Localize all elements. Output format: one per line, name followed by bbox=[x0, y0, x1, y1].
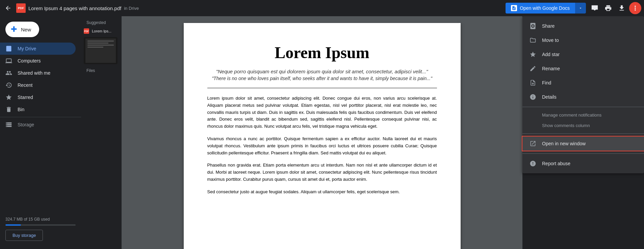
pdf-subtitle2: "There is no one who loves pain itself, … bbox=[207, 76, 437, 81]
storage-section: 324.7 MB of 15 GB used Buy storage bbox=[0, 211, 81, 246]
manage-comments-label: Manage comment notifications bbox=[542, 113, 601, 118]
add-star-label: Add star bbox=[542, 52, 560, 57]
pdf-icon: PDF bbox=[16, 3, 26, 13]
pdf-subtitle1: "Neque porro quisquam est qui dolorem ip… bbox=[207, 69, 437, 74]
menu-item-move-to[interactable]: Move to bbox=[522, 33, 644, 47]
my-drive-label: My Drive bbox=[18, 46, 36, 51]
drive-list: Suggested PDF Lorem Ips... Files bbox=[81, 16, 122, 249]
top-bar-right bbox=[589, 2, 641, 14]
starred-icon bbox=[5, 94, 12, 101]
sidebar-item-bin[interactable]: Bin bbox=[0, 103, 76, 116]
menu-item-details[interactable]: Details bbox=[522, 90, 644, 104]
bin-icon bbox=[5, 106, 12, 113]
new-button[interactable]: ✚ New bbox=[5, 22, 39, 37]
computers-icon bbox=[5, 57, 12, 64]
pdf-paragraph2: Vivamus rhoncus a nunc ac porttitor. Qui… bbox=[207, 135, 437, 156]
sidebar-item-shared[interactable]: Shared with me bbox=[0, 67, 76, 79]
share-label: Share bbox=[542, 23, 555, 29]
menu-item-find[interactable]: Find bbox=[522, 76, 644, 90]
more-options-button[interactable] bbox=[629, 2, 641, 14]
menu-divider-1 bbox=[522, 107, 644, 107]
sidebar-item-storage[interactable]: Storage bbox=[0, 119, 76, 131]
details-label: Details bbox=[542, 94, 557, 100]
sidebar-divider bbox=[0, 117, 81, 117]
move-to-icon bbox=[529, 36, 537, 44]
share-icon bbox=[529, 22, 537, 30]
drive-link[interactable]: in Drive bbox=[124, 6, 139, 11]
open-new-window-icon bbox=[529, 140, 537, 147]
menu-item-rename[interactable]: Rename bbox=[522, 61, 644, 76]
context-menu: Share Move to Add star bbox=[522, 16, 644, 173]
sidebar-item-starred[interactable]: Starred bbox=[0, 91, 76, 103]
starred-label: Starred bbox=[18, 95, 33, 100]
menu-item-show-comments[interactable]: Show comments column bbox=[522, 120, 644, 131]
bin-label: Bin bbox=[18, 107, 24, 112]
top-bar-center: Open with Google Docs bbox=[506, 3, 586, 14]
new-plus-icon: ✚ bbox=[11, 26, 17, 33]
computers-label: Computers bbox=[18, 58, 41, 64]
show-comments-label: Show comments column bbox=[542, 123, 590, 128]
menu-divider-3 bbox=[522, 153, 644, 154]
buy-storage-button[interactable]: Buy storage bbox=[5, 230, 43, 241]
print-button[interactable] bbox=[602, 2, 614, 14]
recent-icon bbox=[5, 82, 12, 89]
menu-item-share[interactable]: Share bbox=[522, 19, 644, 33]
file-thumbnail bbox=[84, 37, 118, 64]
open-new-window-label: Open in new window bbox=[542, 141, 586, 146]
sidebar: ✚ New My Drive Computers Shared with me bbox=[0, 16, 81, 249]
find-label: Find bbox=[542, 80, 551, 85]
find-icon bbox=[529, 79, 537, 86]
pdf-viewer: Lorem Ipsum "Neque porro quisquam est qu… bbox=[122, 16, 522, 249]
rename-icon bbox=[529, 65, 537, 72]
shared-label: Shared with me bbox=[18, 70, 50, 76]
open-with-google-docs-button[interactable]: Open with Google Docs bbox=[506, 3, 575, 14]
main-area: ✚ New My Drive Computers Shared with me bbox=[0, 16, 644, 249]
sidebar-item-computers[interactable]: Computers bbox=[0, 55, 76, 67]
add-star-icon bbox=[529, 51, 537, 58]
details-icon bbox=[529, 93, 537, 101]
pdf-paragraph4: Sed consectetur justo at augue feugiat s… bbox=[207, 189, 437, 196]
download-button[interactable] bbox=[616, 2, 628, 14]
report-abuse-label: Report abuse bbox=[542, 161, 570, 166]
menu-item-open-new-window[interactable]: Open in new window bbox=[522, 136, 644, 151]
recent-label: Recent bbox=[18, 82, 32, 88]
menu-item-add-star[interactable]: Add star bbox=[522, 47, 644, 61]
file-title: Lorem Ipsum 4 pages with annotation.pdf bbox=[28, 5, 121, 11]
pdf-paragraph3: Phasellus non gravida erat. Etiam porta … bbox=[207, 162, 437, 183]
suggested-label: Suggested bbox=[81, 19, 122, 26]
files-label: Files bbox=[81, 67, 122, 74]
open-docs-dropdown-button[interactable] bbox=[575, 3, 586, 14]
pdf-title: Lorem Ipsum bbox=[207, 43, 437, 62]
my-drive-icon bbox=[5, 45, 12, 52]
rename-label: Rename bbox=[542, 66, 560, 71]
report-abuse-icon bbox=[529, 160, 537, 167]
sidebar-item-recent[interactable]: Recent bbox=[0, 79, 76, 91]
sidebar-item-my-drive[interactable]: My Drive bbox=[0, 43, 76, 55]
open-docs-label: Open with Google Docs bbox=[520, 5, 570, 11]
storage-icon bbox=[5, 121, 12, 128]
storage-bar bbox=[5, 224, 76, 226]
pdf-divider bbox=[207, 88, 437, 88]
present-button[interactable] bbox=[589, 2, 601, 14]
file-pdf-icon: PDF bbox=[84, 28, 89, 34]
top-bar: PDF Lorem Ipsum 4 pages with annotation.… bbox=[0, 0, 644, 16]
top-bar-left: PDF Lorem Ipsum 4 pages with annotation.… bbox=[3, 3, 503, 14]
menu-item-manage-comments[interactable]: Manage comment notifications bbox=[522, 110, 644, 120]
move-to-label: Move to bbox=[542, 38, 559, 43]
storage-used-label: 324.7 MB of 15 GB used bbox=[5, 217, 76, 222]
file-name: Lorem Ips... bbox=[92, 29, 111, 33]
new-label: New bbox=[21, 27, 31, 32]
pdf-paragraph1: Lorem ipsum dolor sit amet, consectetur … bbox=[207, 95, 437, 130]
google-docs-icon bbox=[511, 5, 517, 11]
menu-divider-2 bbox=[522, 133, 644, 134]
back-button[interactable] bbox=[3, 3, 14, 14]
pdf-page: Lorem Ipsum "Neque porro quisquam est qu… bbox=[184, 23, 461, 249]
suggested-file-item[interactable]: PDF Lorem Ips... bbox=[81, 26, 122, 36]
drive-content: Suggested PDF Lorem Ips... Files My Driv… bbox=[81, 16, 644, 249]
storage-label: Storage bbox=[18, 122, 34, 127]
menu-item-report-abuse[interactable]: Report abuse bbox=[522, 156, 644, 171]
shared-icon bbox=[5, 70, 12, 76]
storage-bar-fill bbox=[5, 224, 21, 226]
